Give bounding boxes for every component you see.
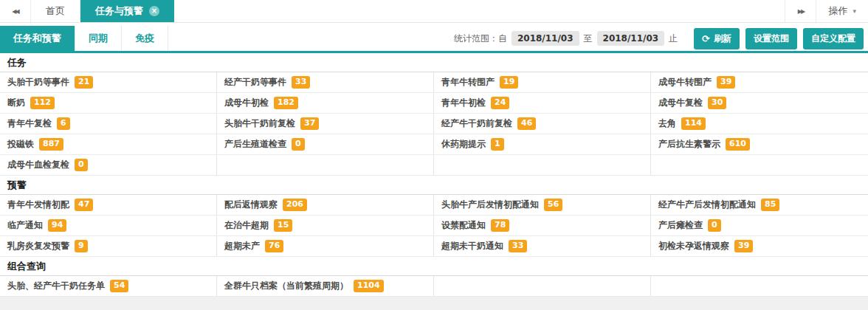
task-cell[interactable]: 头胎牛干奶前复检37 xyxy=(217,114,434,134)
task-cell[interactable]: 投磁铁887 xyxy=(0,134,217,154)
tab-home-label: 首页 xyxy=(46,4,65,18)
task-label: 经产牛产后发情初配通知 xyxy=(658,199,756,211)
operations-dropdown[interactable]: 操作 ▾ xyxy=(816,0,868,22)
task-cell[interactable]: 产后生殖道检查0 xyxy=(217,134,434,154)
count-badge[interactable]: 112 xyxy=(30,97,55,108)
count-badge[interactable]: 37 xyxy=(300,117,319,129)
task-cell[interactable]: 经产干奶等事件33 xyxy=(217,72,434,92)
empty-cell xyxy=(434,155,651,175)
count-badge[interactable]: 6 xyxy=(57,117,70,129)
task-cell[interactable]: 临产通知94 xyxy=(0,216,217,235)
scroll-tabs-right-button[interactable]: ▶▶ xyxy=(785,0,816,22)
count-badge[interactable]: 30 xyxy=(708,97,726,108)
section-title: 预警 xyxy=(0,176,868,195)
task-label: 休药期提示 xyxy=(441,138,486,151)
close-tab-icon[interactable]: × xyxy=(149,6,159,16)
task-cell[interactable]: 产后抗生素警示610 xyxy=(651,134,868,154)
count-badge[interactable]: 54 xyxy=(110,280,128,292)
task-cell[interactable]: 经产牛干奶前复检46 xyxy=(434,114,651,134)
task-cell[interactable]: 配后返情观察206 xyxy=(217,195,434,215)
task-label: 青年牛转围产 xyxy=(441,76,495,89)
tab-same-period[interactable]: 同期 xyxy=(75,26,122,51)
tab-immunity[interactable]: 免疫 xyxy=(122,26,168,51)
set-range-button[interactable]: 设置范围 xyxy=(745,28,797,49)
task-cell[interactable]: 青年牛转围产19 xyxy=(434,72,651,92)
count-badge[interactable]: 9 xyxy=(75,240,88,252)
task-label: 设禁配通知 xyxy=(441,219,486,232)
date-to-input[interactable]: 2018/11/03 xyxy=(597,31,665,46)
count-badge[interactable]: 33 xyxy=(292,76,310,88)
task-label: 成母牛转围产 xyxy=(658,76,712,89)
task-label: 经产干奶等事件 xyxy=(224,76,286,89)
task-cell[interactable]: 超期未干奶通知33 xyxy=(434,236,651,256)
count-badge[interactable]: 39 xyxy=(734,240,753,252)
tab-tasks-and-alerts[interactable]: 任务和预警 xyxy=(0,26,75,51)
task-cell[interactable]: 青年牛复检6 xyxy=(0,114,217,134)
count-badge[interactable]: 39 xyxy=(717,76,735,88)
count-badge[interactable]: 887 xyxy=(39,138,63,150)
toolbar-spacer xyxy=(168,26,454,51)
count-badge[interactable]: 206 xyxy=(283,199,307,210)
count-badge[interactable]: 0 xyxy=(708,219,721,231)
count-badge[interactable]: 78 xyxy=(491,219,509,231)
task-cell[interactable]: 成母牛复检30 xyxy=(651,93,868,113)
scroll-tabs-left-button[interactable]: ◀◀ xyxy=(0,0,31,22)
task-label: 头胎、经产牛干奶任务单 xyxy=(7,280,105,292)
task-cell[interactable]: 全群牛只档案（当前繁殖周期）1104 xyxy=(217,276,434,296)
grid-row: 成母牛血检复检0 xyxy=(0,155,868,176)
task-cell[interactable]: 头胎、经产牛干奶任务单54 xyxy=(0,276,217,296)
refresh-button[interactable]: ⟳ 刷新 xyxy=(694,28,740,49)
custom-config-button[interactable]: 自定义配置 xyxy=(803,28,864,49)
grid-row: 青年牛复检6头胎牛干奶前复检37经产牛干奶前复检46去角114 xyxy=(0,114,868,134)
task-label: 青年牛初检 xyxy=(441,97,486,109)
task-cell[interactable]: 经产牛产后发情初配通知85 xyxy=(651,195,868,215)
grid-row: 乳房炎复发预警9超期未产76超期未干奶通知33初检未孕返情观察39 xyxy=(0,236,868,257)
count-badge[interactable]: 1 xyxy=(491,138,504,150)
count-badge[interactable]: 76 xyxy=(265,240,283,252)
count-badge[interactable]: 56 xyxy=(544,199,562,210)
tab-tasks-alerts[interactable]: 任务与预警 × xyxy=(80,0,174,22)
count-badge[interactable]: 94 xyxy=(48,219,66,231)
count-badge[interactable]: 47 xyxy=(75,199,93,210)
task-cell[interactable]: 头胎牛产后发情初配通知56 xyxy=(434,195,651,215)
count-badge[interactable]: 46 xyxy=(517,117,536,129)
task-cell[interactable]: 初检未孕返情观察39 xyxy=(651,236,868,256)
tab-home[interactable]: 首页 xyxy=(31,0,80,22)
task-cell[interactable]: 成母牛初检182 xyxy=(217,93,434,113)
task-cell[interactable]: 成母牛转围产39 xyxy=(651,72,868,92)
count-badge[interactable]: 114 xyxy=(681,117,706,129)
task-cell[interactable]: 去角114 xyxy=(651,114,868,134)
task-label: 配后返情观察 xyxy=(224,199,278,211)
task-cell[interactable]: 头胎干奶等事件21 xyxy=(0,72,217,92)
count-badge[interactable]: 182 xyxy=(274,97,298,108)
task-cell[interactable]: 断奶112 xyxy=(0,93,217,113)
count-badge[interactable]: 85 xyxy=(761,199,779,210)
range-prefix-label: 统计范围：自 xyxy=(454,32,507,45)
count-badge[interactable]: 21 xyxy=(75,76,93,88)
app-window: ◀◀ 首页 任务与预警 × ▶▶ 操作 ▾ 任务和预警 同期 免疫 统计范围：自… xyxy=(0,0,868,310)
task-cell[interactable]: 产后瘫检查0 xyxy=(651,216,868,235)
task-cell[interactable]: 超期未产76 xyxy=(217,236,434,256)
task-cell[interactable]: 成母牛血检复检0 xyxy=(0,155,217,175)
count-badge[interactable]: 610 xyxy=(726,138,750,150)
task-cell[interactable]: 休药期提示1 xyxy=(434,134,651,154)
count-badge[interactable]: 1104 xyxy=(354,280,384,292)
count-badge[interactable]: 0 xyxy=(292,138,305,150)
tab-tasks-alerts-label: 任务与预警 xyxy=(95,4,143,18)
count-badge[interactable]: 19 xyxy=(500,76,518,88)
task-cell[interactable]: 在治牛超期15 xyxy=(217,216,434,235)
task-cell[interactable]: 青年牛发情初配47 xyxy=(0,195,217,215)
task-cell[interactable]: 青年牛初检24 xyxy=(434,93,651,113)
task-label: 临产通知 xyxy=(7,219,43,232)
count-badge[interactable]: 15 xyxy=(274,219,292,231)
stats-range: 统计范围：自 2018/11/03 至 2018/11/03 止 xyxy=(454,31,678,46)
task-label: 乳房炎复发预警 xyxy=(7,240,69,252)
grid-row: 头胎干奶等事件21经产干奶等事件33青年牛转围产19成母牛转围产39 xyxy=(0,72,868,93)
count-badge[interactable]: 0 xyxy=(75,159,88,170)
date-from-input[interactable]: 2018/11/03 xyxy=(512,31,579,46)
count-badge[interactable]: 33 xyxy=(509,240,527,252)
count-badge[interactable]: 24 xyxy=(491,97,509,108)
task-cell[interactable]: 乳房炎复发预警9 xyxy=(0,236,217,256)
task-label: 头胎干奶等事件 xyxy=(7,76,69,89)
task-cell[interactable]: 设禁配通知78 xyxy=(434,216,651,235)
